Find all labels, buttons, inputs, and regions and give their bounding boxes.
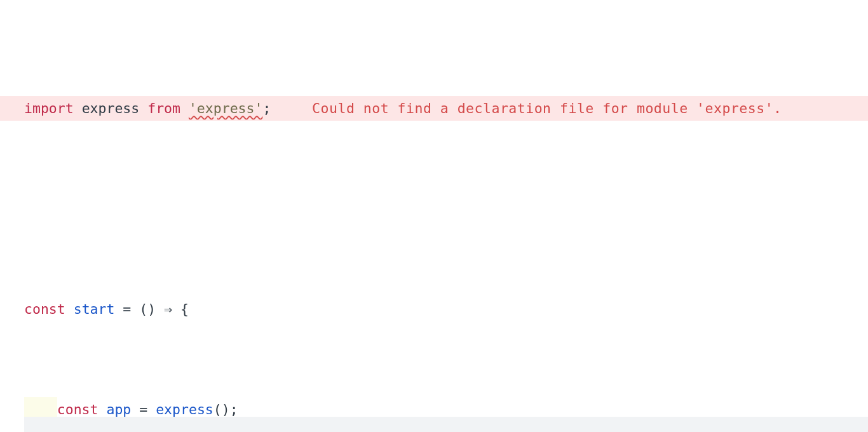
fn-express: express bbox=[156, 402, 214, 417]
brace-open: { bbox=[180, 301, 189, 317]
code-editor[interactable]: import express from 'express'; Could not… bbox=[0, 0, 868, 432]
code-line bbox=[24, 196, 868, 222]
identifier-start: start bbox=[74, 301, 115, 317]
arrow: ⇒ bbox=[156, 301, 180, 317]
keyword-const: const bbox=[24, 301, 65, 317]
paren-open: ( bbox=[139, 301, 147, 317]
keyword-const: const bbox=[57, 402, 98, 417]
code-line: const start = () ⇒ { bbox=[24, 297, 868, 322]
keyword-from: from bbox=[147, 100, 180, 116]
code-line: import express from 'express'; Could not… bbox=[0, 96, 868, 121]
semicolon: ; bbox=[262, 100, 271, 116]
identifier-express: express bbox=[82, 100, 140, 116]
paren-close: ) bbox=[147, 301, 156, 317]
keyword-import: import bbox=[24, 100, 74, 116]
string-express-module: 'express' bbox=[189, 100, 263, 116]
status-bar bbox=[24, 417, 868, 432]
error-message: Could not find a declaration file for mo… bbox=[312, 100, 782, 116]
identifier-app: app bbox=[106, 402, 131, 417]
